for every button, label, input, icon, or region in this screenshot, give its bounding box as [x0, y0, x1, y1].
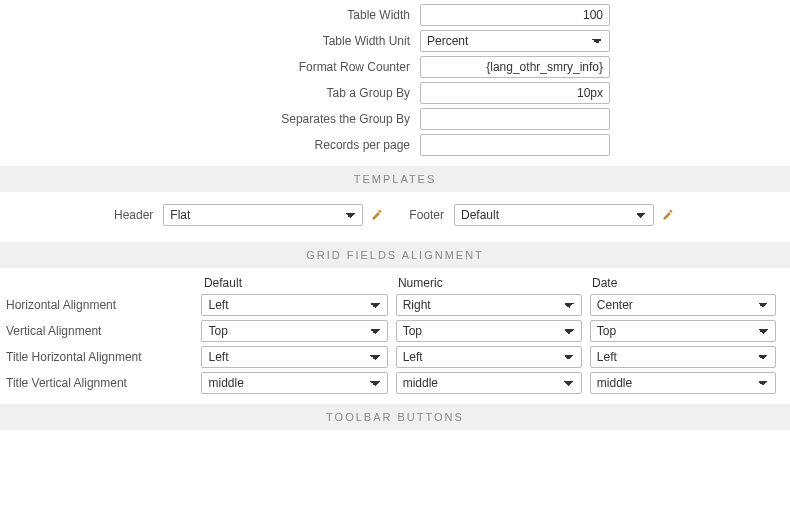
row-records-per-page: Records per page [0, 134, 790, 156]
label-table-width: Table Width [0, 8, 420, 22]
select-h-align-date[interactable]: Center [590, 294, 776, 316]
select-title-h-numeric[interactable]: Left [396, 346, 582, 368]
label-title-v-alignment: Title Vertical Alignment [6, 376, 201, 390]
input-format-row-counter[interactable] [420, 56, 610, 78]
input-table-width[interactable] [420, 4, 610, 26]
row-vertical-alignment: Vertical Alignment Top Top Top [6, 320, 784, 342]
row-horizontal-alignment: Horizontal Alignment Left Right Center [6, 294, 784, 316]
select-title-v-numeric[interactable]: middle [396, 372, 582, 394]
label-title-h-alignment: Title Horizontal Alignment [6, 350, 201, 364]
section-templates: TEMPLATES [0, 166, 790, 192]
alignment-header-row: Default Numeric Date [6, 276, 784, 290]
select-title-v-default[interactable]: middle [201, 372, 387, 394]
input-records-per-page[interactable] [420, 134, 610, 156]
col-title-default: Default [202, 276, 388, 290]
select-title-h-date[interactable]: Left [590, 346, 776, 368]
row-title-vertical-alignment: Title Vertical Alignment middle middle m… [6, 372, 784, 394]
select-title-v-date[interactable]: middle [590, 372, 776, 394]
label-format-row-counter: Format Row Counter [0, 60, 420, 74]
select-v-align-numeric[interactable]: Top [396, 320, 582, 342]
pencil-icon[interactable] [660, 207, 676, 223]
top-form: Table Width Table Width Unit Percent For… [0, 4, 790, 156]
row-title-horizontal-alignment: Title Horizontal Alignment Left Left Lef… [6, 346, 784, 368]
label-vertical-alignment: Vertical Alignment [6, 324, 201, 338]
row-format-row-counter: Format Row Counter [0, 56, 790, 78]
col-title-numeric: Numeric [396, 276, 582, 290]
input-separates-group-by[interactable] [420, 108, 610, 130]
label-records-per-page: Records per page [0, 138, 420, 152]
input-tab-group-by[interactable] [420, 82, 610, 104]
select-footer-template[interactable]: Default [454, 204, 654, 226]
section-toolbar-buttons: TOOLBAR BUTTONS [0, 404, 790, 430]
pencil-icon[interactable] [369, 207, 385, 223]
templates-row: Header Flat Footer Default [0, 200, 790, 232]
select-h-align-default[interactable]: Left [201, 294, 387, 316]
label-footer-template: Footer [409, 208, 444, 222]
select-title-h-default[interactable]: Left [201, 346, 387, 368]
row-separates-group-by: Separates the Group By [0, 108, 790, 130]
label-tab-group-by: Tab a Group By [0, 86, 420, 100]
alignment-grid: Default Numeric Date Horizontal Alignmen… [0, 276, 790, 394]
col-title-date: Date [590, 276, 776, 290]
section-grid-fields-alignment: GRID FIELDS ALIGNMENT [0, 242, 790, 268]
select-table-width-unit[interactable]: Percent [420, 30, 610, 52]
label-header-template: Header [114, 208, 153, 222]
label-table-width-unit: Table Width Unit [0, 34, 420, 48]
select-v-align-date[interactable]: Top [590, 320, 776, 342]
select-header-template[interactable]: Flat [163, 204, 363, 226]
label-horizontal-alignment: Horizontal Alignment [6, 298, 201, 312]
row-tab-group-by: Tab a Group By [0, 82, 790, 104]
label-separates-group-by: Separates the Group By [0, 112, 420, 126]
select-v-align-default[interactable]: Top [201, 320, 387, 342]
row-table-width: Table Width [0, 4, 790, 26]
select-h-align-numeric[interactable]: Right [396, 294, 582, 316]
row-table-width-unit: Table Width Unit Percent [0, 30, 790, 52]
